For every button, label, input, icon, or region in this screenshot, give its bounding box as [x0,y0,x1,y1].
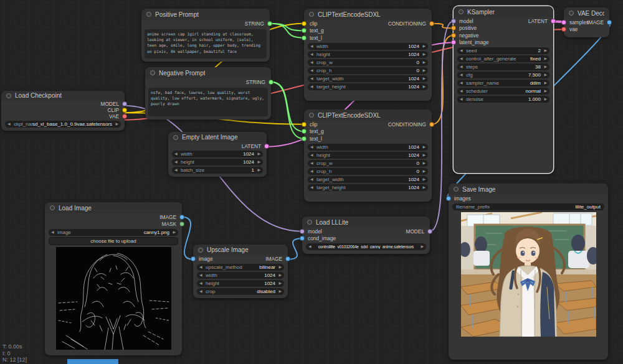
samples-port[interactable] [561,20,566,25]
widget-increment-icon[interactable]: ▶ [421,75,426,82]
text_l-port[interactable] [302,136,307,141]
text_g-port[interactable] [302,129,307,134]
crop_w-widget[interactable]: ◀crop_w0▶ [308,160,428,167]
widget-increment-icon[interactable]: ▶ [255,151,260,157]
widget-decrement-icon[interactable]: ◀ [460,55,465,62]
load_image-node[interactable]: Load ImageIMAGEMASK◀imagecanny1.png▶choo… [45,202,182,355]
widget-decrement-icon[interactable]: ◀ [308,243,313,250]
collapse-dot-icon[interactable] [150,70,155,75]
image-port[interactable] [191,256,196,261]
crop_w-widget[interactable]: ◀crop_w0▶ [308,59,428,66]
widget-increment-icon[interactable]: ▶ [255,167,260,174]
target_width-widget[interactable]: ◀target_width1024▶ [308,75,428,82]
load_checkpoint-node[interactable]: Load CheckpointMODELCLIPVAE◀ckpt_namesd_… [1,91,125,131]
widget-decrement-icon[interactable]: ◀ [310,75,315,82]
LATENT-port[interactable] [264,144,269,149]
height-widget[interactable]: ◀height1024▶ [172,159,263,166]
clip-port[interactable] [302,122,307,127]
target_width-widget[interactable]: ◀target_width1024▶ [308,176,428,183]
collapse-dot-icon[interactable] [146,12,151,17]
widget-increment-icon[interactable]: ▶ [277,264,282,271]
widget-decrement-icon[interactable]: ◀ [310,67,315,74]
STRING-port[interactable] [269,80,273,85]
widget-increment-icon[interactable]: ▶ [277,272,282,279]
upload-button[interactable]: choose file to upload [49,237,178,245]
collapse-dot-icon[interactable] [454,187,459,192]
CONDITIONING-port[interactable] [429,122,434,127]
target_height-widget[interactable]: ◀target_height1024▶ [308,184,428,191]
height-widget[interactable]: ◀height1024▶ [308,152,428,159]
images-port[interactable] [446,196,451,201]
widget-decrement-icon[interactable]: ◀ [310,51,315,58]
vae-port[interactable] [561,27,566,32]
LATENT-port[interactable] [551,19,556,24]
seed-widget[interactable]: ◀seed2▶ [457,47,549,54]
width-widget[interactable]: ◀width1024▶ [197,272,284,279]
widget-increment-icon[interactable]: ▶ [421,152,426,159]
widget-increment-icon[interactable]: ▶ [421,144,426,151]
collapse-dot-icon[interactable] [309,12,314,17]
CONDITIONING-port[interactable] [429,21,434,26]
widget-increment-icon[interactable]: ▶ [255,159,260,166]
widget-increment-icon[interactable]: ▶ [542,80,547,86]
width-widget[interactable]: ◀width1024▶ [172,151,263,157]
widget-decrement-icon[interactable]: ◀ [199,272,204,279]
STRING-port[interactable] [267,21,272,26]
MODEL-port[interactable] [427,229,432,234]
height-widget[interactable]: ◀height1024▶ [197,280,284,287]
text_g-port[interactable] [302,28,307,33]
negative-port[interactable] [451,33,456,38]
CLIP-port[interactable] [122,108,127,113]
denoise-widget[interactable]: ◀denoise1.000▶ [457,96,549,103]
ksampler-node[interactable]: KSamplermodelLATENTpositivenegativelaten… [454,6,553,173]
widget-decrement-icon[interactable]: ◀ [460,47,465,54]
widget-increment-icon[interactable]: ▶ [542,55,547,62]
sampler_name-widget[interactable]: ◀sampler_nameddim▶ [457,80,549,86]
vae_decode-node[interactable]: VAE DecodesamplesIMAGEvae [564,7,609,37]
batch_size-widget[interactable]: ◀batch_size1▶ [172,167,263,174]
ckpt_name-widget[interactable]: ◀ckpt_namesd_xl_base_1.0_0.9vae.safetens… [5,121,121,128]
widget-decrement-icon[interactable]: ◀ [199,264,204,271]
target_height-widget[interactable]: ◀target_height1024▶ [308,83,428,90]
lllite-node[interactable]: Load LLLitemodelMODELcond_image◀controll… [302,217,430,254]
widget-increment-icon[interactable]: ▶ [421,51,426,58]
VAE-port[interactable] [122,114,127,119]
steps-widget[interactable]: ◀steps38▶ [457,63,549,70]
widget-increment-icon[interactable]: ▶ [419,243,424,250]
widget-decrement-icon[interactable]: ◀ [310,144,315,151]
widget-decrement-icon[interactable]: ◀ [460,63,465,70]
image-widget[interactable]: ◀imagecanny1.png▶ [49,229,178,236]
widget-increment-icon[interactable]: ▶ [421,59,426,66]
crop_h-widget[interactable]: ◀crop_h0▶ [308,67,428,74]
collapse-dot-icon[interactable] [6,93,11,98]
positive_prompt-node[interactable]: Positive PromptSTRINGanime screen cap 1g… [141,9,270,62]
widget-decrement-icon[interactable]: ◀ [460,72,465,78]
prompt-textarea[interactable]: nsfw, bad face, lowres, low quality, wor… [148,88,268,117]
IMAGE-port[interactable] [285,256,290,261]
widget-increment-icon[interactable]: ▶ [421,67,426,74]
crop_h-widget[interactable]: ◀crop_h0▶ [308,168,428,175]
collapse-dot-icon[interactable] [50,205,55,210]
widget-decrement-icon[interactable]: ◀ [174,167,179,174]
crop-widget[interactable]: ◀cropdisabled▶ [197,288,284,295]
IMAGE-port[interactable] [607,20,612,25]
widget-decrement-icon[interactable]: ◀ [310,83,315,90]
clip-port[interactable] [302,21,307,26]
upscale-node[interactable]: Upscale ImageimageIMAGE◀upscale_methodbi… [193,245,288,298]
widget-increment-icon[interactable]: ▶ [277,280,282,287]
node-graph-canvas[interactable]: Load CheckpointMODELCLIPVAE◀ckpt_namesd_… [0,0,623,364]
widget-decrement-icon[interactable]: ◀ [7,121,12,128]
widget-increment-icon[interactable]: ▶ [421,160,426,167]
empty_latent-node[interactable]: Empty Latent ImageLATENT◀width1024▶◀heig… [168,132,267,177]
filename_prefix-widget[interactable]: filename_prefixlllite_output [452,203,604,210]
clip_encode_2-node[interactable]: CLIPTextEncodeSDXLclipCONDITIONINGtext_g… [304,110,432,202]
upscale_method-widget[interactable]: ◀upscale_methodbilinear▶ [197,264,284,271]
widget-increment-icon[interactable]: ▶ [113,121,118,128]
widget-increment-icon[interactable]: ▶ [542,72,547,78]
widget-decrement-icon[interactable]: ◀ [174,151,179,157]
widget-increment-icon[interactable]: ▶ [421,168,426,175]
widget-decrement-icon[interactable]: ◀ [199,280,204,287]
negative_prompt-node[interactable]: Negative PromptSTRINGnsfw, bad face, low… [145,67,271,119]
widget-decrement-icon[interactable]: ◀ [174,159,179,166]
collapse-dot-icon[interactable] [307,220,312,225]
